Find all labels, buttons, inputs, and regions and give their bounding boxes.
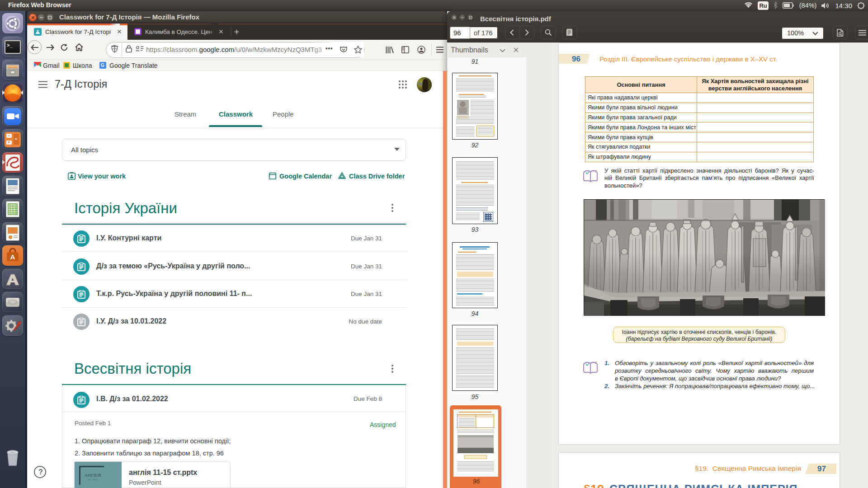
svg-text:A: A	[10, 253, 15, 261]
